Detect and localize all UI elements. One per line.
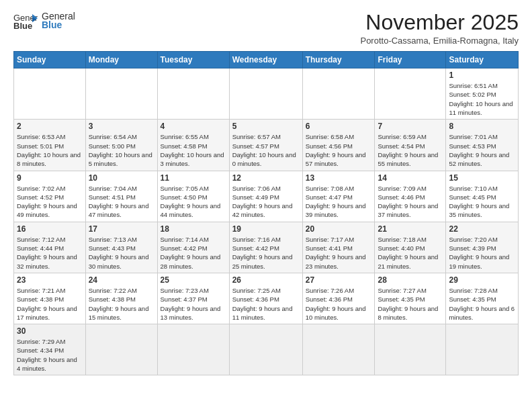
calendar-week-row: 30Sunrise: 7:29 AM Sunset: 4:34 PM Dayli… — [14, 324, 519, 375]
calendar-cell: 21Sunrise: 7:18 AM Sunset: 4:40 PM Dayli… — [375, 222, 446, 273]
title-block: November 2025 Porotto-Cassama, Emilia-Ro… — [360, 11, 519, 46]
calendar-cell: 16Sunrise: 7:12 AM Sunset: 4:44 PM Dayli… — [14, 222, 86, 273]
calendar-cell: 29Sunrise: 7:28 AM Sunset: 4:35 PM Dayli… — [446, 273, 519, 324]
day-info: Sunrise: 7:26 AM Sunset: 4:36 PM Dayligh… — [306, 286, 372, 322]
day-info: Sunrise: 7:02 AM Sunset: 4:52 PM Dayligh… — [17, 184, 83, 220]
calendar-cell: 5Sunrise: 6:57 AM Sunset: 4:57 PM Daylig… — [229, 120, 302, 171]
day-info: Sunrise: 7:23 AM Sunset: 4:37 PM Dayligh… — [161, 286, 226, 322]
calendar-cell: 30Sunrise: 7:29 AM Sunset: 4:34 PM Dayli… — [14, 324, 86, 375]
day-info: Sunrise: 7:12 AM Sunset: 4:44 PM Dayligh… — [17, 235, 83, 271]
calendar-week-row: 16Sunrise: 7:12 AM Sunset: 4:44 PM Dayli… — [14, 222, 519, 273]
day-info: Sunrise: 7:06 AM Sunset: 4:49 PM Dayligh… — [232, 184, 300, 220]
day-info: Sunrise: 7:22 AM Sunset: 4:38 PM Dayligh… — [89, 286, 154, 322]
calendar-cell: 17Sunrise: 7:13 AM Sunset: 4:43 PM Dayli… — [85, 222, 157, 273]
svg-text:Blue: Blue — [13, 21, 32, 30]
calendar-week-row: 1Sunrise: 6:51 AM Sunset: 5:02 PM Daylig… — [14, 68, 519, 120]
day-number: 6 — [306, 122, 372, 131]
day-info: Sunrise: 7:29 AM Sunset: 4:34 PM Dayligh… — [17, 337, 83, 373]
day-info: Sunrise: 7:17 AM Sunset: 4:41 PM Dayligh… — [306, 235, 372, 271]
day-info: Sunrise: 7:16 AM Sunset: 4:42 PM Dayligh… — [232, 235, 300, 271]
day-info: Sunrise: 7:01 AM Sunset: 4:53 PM Dayligh… — [449, 132, 515, 168]
calendar-cell — [85, 68, 157, 120]
col-thursday: Thursday — [302, 52, 375, 68]
day-info: Sunrise: 7:09 AM Sunset: 4:46 PM Dayligh… — [378, 184, 443, 220]
calendar-cell: 2Sunrise: 6:53 AM Sunset: 5:01 PM Daylig… — [14, 120, 86, 171]
day-info: Sunrise: 7:08 AM Sunset: 4:47 PM Dayligh… — [306, 184, 372, 220]
calendar-cell: 20Sunrise: 7:17 AM Sunset: 4:41 PM Dayli… — [302, 222, 375, 273]
day-info: Sunrise: 7:05 AM Sunset: 4:50 PM Dayligh… — [161, 184, 226, 220]
day-number: 21 — [378, 224, 443, 234]
day-info: Sunrise: 6:53 AM Sunset: 5:01 PM Dayligh… — [17, 132, 83, 168]
day-number: 18 — [161, 224, 226, 234]
day-number: 19 — [232, 224, 300, 234]
day-number: 5 — [232, 122, 300, 131]
day-info: Sunrise: 6:54 AM Sunset: 5:00 PM Dayligh… — [89, 132, 154, 168]
day-number: 13 — [306, 173, 372, 183]
col-tuesday: Tuesday — [157, 52, 229, 68]
day-info: Sunrise: 7:27 AM Sunset: 4:35 PM Dayligh… — [378, 286, 443, 322]
day-number: 16 — [17, 224, 83, 234]
header: General Blue General Blue November 2025 … — [13, 11, 519, 46]
col-saturday: Saturday — [446, 52, 519, 68]
col-sunday: Sunday — [14, 52, 86, 68]
calendar-cell — [446, 324, 519, 375]
calendar-cell: 8Sunrise: 7:01 AM Sunset: 4:53 PM Daylig… — [446, 120, 519, 171]
calendar-cell: 9Sunrise: 7:02 AM Sunset: 4:52 PM Daylig… — [14, 171, 86, 222]
col-friday: Friday — [375, 52, 446, 68]
calendar-cell: 15Sunrise: 7:10 AM Sunset: 4:45 PM Dayli… — [446, 171, 519, 222]
day-number: 30 — [17, 326, 83, 336]
day-info: Sunrise: 7:21 AM Sunset: 4:38 PM Dayligh… — [17, 286, 83, 322]
calendar-cell — [157, 324, 229, 375]
day-info: Sunrise: 6:58 AM Sunset: 4:56 PM Dayligh… — [306, 132, 372, 168]
day-number: 2 — [17, 122, 83, 131]
calendar-cell: 23Sunrise: 7:21 AM Sunset: 4:38 PM Dayli… — [14, 273, 86, 324]
calendar-cell: 4Sunrise: 6:55 AM Sunset: 4:58 PM Daylig… — [157, 120, 229, 171]
day-number: 25 — [161, 275, 226, 285]
calendar-cell: 25Sunrise: 7:23 AM Sunset: 4:37 PM Dayli… — [157, 273, 229, 324]
day-info: Sunrise: 6:59 AM Sunset: 4:54 PM Dayligh… — [378, 132, 443, 168]
day-number: 12 — [232, 173, 300, 183]
day-number: 26 — [232, 275, 300, 285]
calendar-cell: 18Sunrise: 7:14 AM Sunset: 4:42 PM Dayli… — [157, 222, 229, 273]
calendar-cell — [229, 324, 302, 375]
calendar-header-row: Sunday Monday Tuesday Wednesday Thursday… — [14, 52, 519, 68]
calendar-cell: 11Sunrise: 7:05 AM Sunset: 4:50 PM Dayli… — [157, 171, 229, 222]
calendar-cell — [14, 68, 86, 120]
calendar-cell: 7Sunrise: 6:59 AM Sunset: 4:54 PM Daylig… — [375, 120, 446, 171]
day-info: Sunrise: 7:20 AM Sunset: 4:39 PM Dayligh… — [449, 235, 515, 271]
calendar-cell: 3Sunrise: 6:54 AM Sunset: 5:00 PM Daylig… — [85, 120, 157, 171]
day-number: 15 — [449, 173, 515, 183]
calendar-cell — [375, 68, 446, 120]
day-info: Sunrise: 7:04 AM Sunset: 4:51 PM Dayligh… — [89, 184, 154, 220]
day-number: 7 — [378, 122, 443, 131]
day-number: 3 — [89, 122, 154, 131]
day-info: Sunrise: 7:25 AM Sunset: 4:36 PM Dayligh… — [232, 286, 300, 322]
day-info: Sunrise: 7:13 AM Sunset: 4:43 PM Dayligh… — [89, 235, 154, 271]
calendar-cell — [157, 68, 229, 120]
calendar-table: Sunday Monday Tuesday Wednesday Thursday… — [13, 51, 519, 375]
calendar-week-row: 23Sunrise: 7:21 AM Sunset: 4:38 PM Dayli… — [14, 273, 519, 324]
month-title: November 2025 — [360, 11, 519, 34]
calendar-cell: 10Sunrise: 7:04 AM Sunset: 4:51 PM Dayli… — [85, 171, 157, 222]
calendar-cell — [229, 68, 302, 120]
day-number: 14 — [378, 173, 443, 183]
col-wednesday: Wednesday — [229, 52, 302, 68]
logo: General Blue General Blue — [13, 11, 75, 30]
calendar-cell: 28Sunrise: 7:27 AM Sunset: 4:35 PM Dayli… — [375, 273, 446, 324]
calendar-cell: 27Sunrise: 7:26 AM Sunset: 4:36 PM Dayli… — [302, 273, 375, 324]
day-number: 1 — [449, 71, 515, 80]
day-number: 28 — [378, 275, 443, 285]
day-info: Sunrise: 7:18 AM Sunset: 4:40 PM Dayligh… — [378, 235, 443, 271]
calendar-cell: 19Sunrise: 7:16 AM Sunset: 4:42 PM Dayli… — [229, 222, 302, 273]
col-monday: Monday — [85, 52, 157, 68]
calendar-cell — [302, 324, 375, 375]
day-number: 22 — [449, 224, 515, 234]
day-number: 9 — [17, 173, 83, 183]
day-number: 24 — [89, 275, 154, 285]
day-number: 10 — [89, 173, 154, 183]
day-number: 23 — [17, 275, 83, 285]
calendar-cell: 6Sunrise: 6:58 AM Sunset: 4:56 PM Daylig… — [302, 120, 375, 171]
location: Porotto-Cassama, Emilia-Romagna, Italy — [360, 36, 519, 46]
calendar-cell — [375, 324, 446, 375]
calendar-cell: 14Sunrise: 7:09 AM Sunset: 4:46 PM Dayli… — [375, 171, 446, 222]
